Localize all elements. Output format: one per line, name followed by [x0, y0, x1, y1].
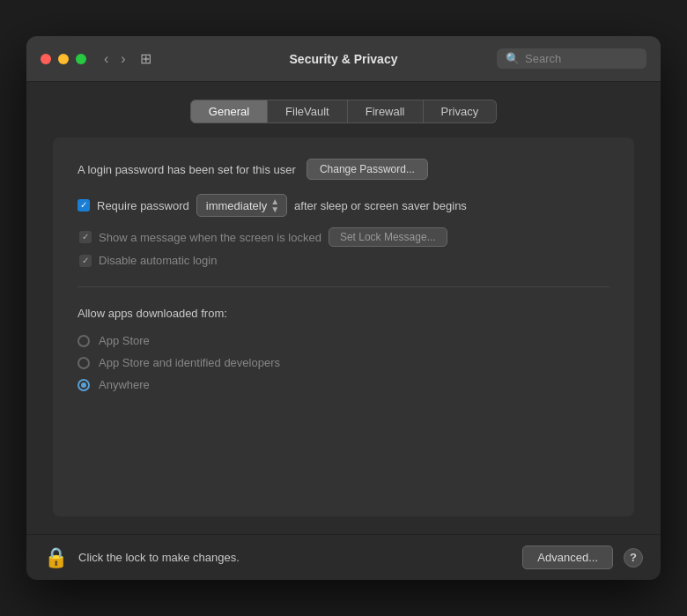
- require-password-suffix: after sleep or screen saver begins: [294, 199, 467, 212]
- lock-icon[interactable]: 🔒: [44, 546, 68, 569]
- close-button[interactable]: [41, 54, 51, 64]
- window-title: Security & Privacy: [290, 52, 398, 66]
- window-controls: [41, 54, 86, 64]
- app-store-label: App Store: [99, 334, 150, 347]
- checkbox-checkmark-lock: ✓: [82, 233, 89, 241]
- checkbox-checkmark: ✓: [80, 201, 87, 210]
- content-area: General FileVault Firewall Privacy A log…: [26, 82, 661, 534]
- app-store-identified-option: App Store and identified developers: [78, 356, 609, 369]
- maximize-button[interactable]: [76, 54, 86, 64]
- anywhere-radio[interactable]: [78, 379, 90, 391]
- anywhere-label: Anywhere: [99, 378, 150, 391]
- tabs-bar: General FileVault Firewall Privacy: [53, 100, 634, 123]
- general-panel: A login password has been set for this u…: [53, 137, 634, 516]
- require-password-label: Require password: [97, 199, 189, 212]
- login-password-text: A login password has been set for this u…: [78, 163, 296, 176]
- show-lock-message-row: ✓ Show a message when the screen is lock…: [78, 227, 609, 247]
- grid-button[interactable]: ⊞: [137, 48, 155, 69]
- tab-privacy[interactable]: Privacy: [424, 100, 498, 123]
- back-button[interactable]: ‹: [100, 50, 112, 68]
- titlebar: ‹ › ⊞ Security & Privacy 🔍: [26, 36, 661, 82]
- help-button[interactable]: ?: [624, 548, 643, 568]
- tab-filevault[interactable]: FileVault: [268, 100, 348, 123]
- allow-apps-label: Allow apps downloaded from:: [78, 307, 609, 320]
- app-store-radio[interactable]: [78, 335, 90, 347]
- require-password-checkbox[interactable]: ✓: [78, 199, 90, 212]
- nav-arrows: ‹ ›: [100, 50, 129, 68]
- tab-general[interactable]: General: [190, 100, 268, 123]
- search-box[interactable]: 🔍: [497, 48, 646, 69]
- section-divider: [78, 286, 609, 287]
- minimize-button[interactable]: [58, 54, 69, 64]
- change-password-button[interactable]: Change Password...: [307, 159, 428, 180]
- show-lock-message-label: Show a message when the screen is locked: [99, 231, 321, 244]
- tab-firewall[interactable]: Firewall: [348, 100, 424, 123]
- forward-button[interactable]: ›: [117, 50, 129, 68]
- password-timing-dropdown[interactable]: immediately ▲ ▼: [196, 194, 287, 217]
- dropdown-value: immediately: [206, 199, 267, 212]
- checkbox-checkmark-autologin: ✓: [82, 256, 89, 265]
- search-icon: 🔍: [506, 52, 520, 65]
- disable-autologin-checkbox[interactable]: ✓: [79, 255, 92, 267]
- main-window: ‹ › ⊞ Security & Privacy 🔍 General FileV…: [26, 36, 661, 580]
- set-lock-message-button[interactable]: Set Lock Message...: [329, 227, 447, 247]
- dropdown-arrows-icon: ▲ ▼: [270, 197, 279, 213]
- require-password-row: ✓ Require password immediately ▲ ▼ after…: [78, 194, 609, 217]
- login-password-row: A login password has been set for this u…: [78, 159, 609, 180]
- advanced-button[interactable]: Advanced...: [522, 545, 613, 569]
- lock-text: Click the lock to make changes.: [78, 551, 512, 564]
- disable-autologin-label: Disable automatic login: [99, 254, 217, 267]
- app-store-identified-label: App Store and identified developers: [99, 356, 280, 369]
- app-store-identified-radio[interactable]: [78, 357, 90, 369]
- app-store-option: App Store: [78, 334, 609, 347]
- anywhere-option: Anywhere: [78, 378, 609, 391]
- search-input[interactable]: [525, 52, 638, 65]
- disable-autologin-row: ✓ Disable automatic login: [78, 254, 609, 267]
- bottombar: 🔒 Click the lock to make changes. Advanc…: [26, 534, 661, 580]
- show-lock-message-checkbox[interactable]: ✓: [79, 231, 92, 243]
